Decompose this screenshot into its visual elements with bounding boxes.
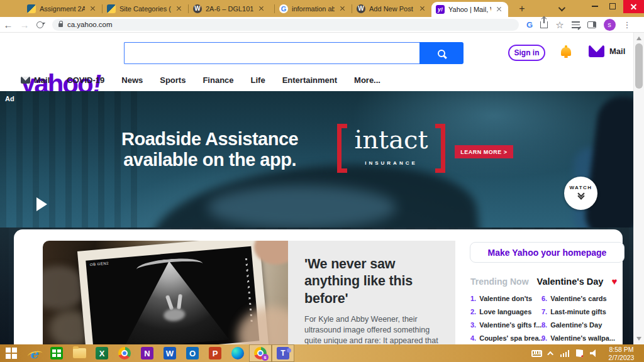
- ad-banner[interactable]: Ad Roadside Assistance available on the …: [0, 91, 633, 228]
- ultrasound-label: OB GEN2: [90, 261, 109, 267]
- tab-trending-now[interactable]: Trending Now: [470, 277, 529, 287]
- play-icon[interactable]: [36, 197, 47, 211]
- address-bar[interactable]: ca.yahoo.com: [52, 19, 519, 31]
- browser-toolbar: ← → ca.yahoo.com G ☆ s ⋮: [0, 17, 644, 33]
- network-signal-icon[interactable]: [560, 350, 570, 357]
- taskbar-excel[interactable]: X: [91, 344, 113, 362]
- tab-site-categories[interactable]: Site Categories (08:46): [103, 0, 188, 17]
- trending-item[interactable]: 1.Valentine don'ts: [470, 292, 541, 305]
- tab-add-new-post[interactable]: W Add New Post ‹ simran: [352, 0, 431, 17]
- reading-list-icon[interactable]: [572, 21, 580, 28]
- page-scrollbar[interactable]: [633, 33, 644, 344]
- taskbar-outlook[interactable]: O: [181, 344, 204, 362]
- file-explorer-icon: [73, 348, 86, 358]
- taskbar-file-explorer[interactable]: [68, 344, 91, 362]
- scroll-down-arrow[interactable]: [636, 337, 641, 341]
- outlook-icon: O: [186, 347, 199, 359]
- taskbar-onenote[interactable]: N: [136, 344, 158, 362]
- scroll-up-arrow[interactable]: [636, 36, 641, 40]
- learn-more-button[interactable]: LEARN MORE >: [455, 145, 513, 158]
- course-site-icon: [27, 4, 36, 13]
- sign-in-button[interactable]: Sign in: [508, 45, 545, 61]
- nav-item-more[interactable]: More...: [354, 75, 380, 85]
- nav-item-news[interactable]: News: [121, 75, 143, 85]
- security-flag-alert-icon[interactable]: [576, 349, 583, 358]
- taskbar-teams-running[interactable]: T: [272, 344, 294, 362]
- nav-item-finance[interactable]: Finance: [203, 75, 233, 85]
- nav-item-mail[interactable]: Mail: [21, 75, 50, 85]
- word-icon: W: [164, 347, 176, 359]
- window-close-button[interactable]: [623, 0, 644, 13]
- trending-item[interactable]: 8.Galentine's Day: [541, 318, 612, 331]
- tab-search-chevron-icon[interactable]: [558, 4, 565, 11]
- yahoo-nav: Mail COVID-19 News Sports Finance Life E…: [0, 70, 633, 89]
- nav-item-life[interactable]: Life: [251, 75, 265, 85]
- nav-item-sports[interactable]: Sports: [160, 75, 186, 85]
- tab-close-icon[interactable]: [495, 5, 504, 14]
- system-tray: [531, 344, 598, 362]
- tab-yahoo-active[interactable]: y! Yahoo | Mail, Weather,: [431, 2, 508, 17]
- taskbar-chrome[interactable]: [113, 344, 136, 362]
- taskbar-word[interactable]: W: [158, 344, 181, 362]
- envelope-icon: [21, 77, 30, 84]
- browser-menu-icon[interactable]: ⋮: [623, 20, 631, 30]
- nav-item-entertainment[interactable]: Entertainment: [282, 75, 337, 85]
- reload-button[interactable]: [36, 21, 43, 28]
- trending-item[interactable]: 6.Valentine's cards: [541, 292, 612, 305]
- search-button[interactable]: [419, 42, 464, 64]
- profile-avatar[interactable]: s: [604, 19, 616, 31]
- tab-close-icon[interactable]: [338, 4, 347, 13]
- lock-icon: [58, 23, 63, 27]
- forward-button[interactable]: →: [16, 19, 33, 30]
- taskbar-powerpoint[interactable]: P: [204, 344, 226, 362]
- story-thumbnail[interactable]: OB GEN2: [43, 241, 288, 344]
- trending-item[interactable]: 4.Couples' spa brea...: [470, 331, 541, 344]
- tab-title: Add New Post ‹ simran: [369, 5, 414, 13]
- touch-keyboard-icon[interactable]: [531, 350, 542, 357]
- browser-tab-bar: Assignment 2A: The Int Site Categories (…: [0, 0, 644, 17]
- tab-google-search[interactable]: G information about yaho: [275, 0, 352, 17]
- back-button[interactable]: ←: [0, 19, 16, 30]
- google-account-icon[interactable]: G: [526, 20, 533, 30]
- show-hidden-icons-caret[interactable]: [547, 351, 553, 357]
- tab-assignment[interactable]: Assignment 2A: The Int: [23, 0, 102, 17]
- mail-link[interactable]: Mail: [589, 45, 625, 57]
- start-button[interactable]: [0, 344, 23, 362]
- watch-button[interactable]: WATCH: [564, 177, 597, 210]
- share-icon[interactable]: [540, 21, 548, 28]
- trending-item[interactable]: 3.Valentine's gifts f...: [470, 318, 541, 331]
- taskbar-clock[interactable]: 8:58 PM 2/7/2023: [601, 346, 641, 361]
- tab-dgl101[interactable]: W 2A-6 – DGL101: [189, 0, 274, 17]
- scrollbar-thumb[interactable]: [635, 43, 643, 89]
- tab-close-icon[interactable]: [418, 4, 427, 13]
- make-homepage-button[interactable]: Make Yahoo your homepage: [470, 242, 625, 263]
- volume-muted-icon[interactable]: [590, 349, 597, 357]
- banner-windshield: [208, 185, 396, 228]
- window-minimize-button[interactable]: [587, 0, 603, 13]
- tab-close-icon[interactable]: [175, 4, 184, 13]
- trending-item[interactable]: 7.Last-minute gifts: [541, 305, 612, 318]
- trending-item[interactable]: 9.Valentine's wallpa...: [541, 331, 612, 344]
- taskbar-chrome-running[interactable]: s: [249, 344, 272, 362]
- new-tab-button[interactable]: +: [514, 3, 530, 14]
- tab-close-icon[interactable]: [257, 4, 266, 13]
- ad-headline: Roadside Assistance available on the app…: [121, 130, 298, 169]
- notifications-bell-icon[interactable]: [561, 47, 571, 56]
- window-restore-button[interactable]: [604, 0, 621, 13]
- story-headline[interactable]: 'We never saw anything like this before': [304, 256, 440, 307]
- tab-close-icon[interactable]: [89, 4, 97, 13]
- wordpress-icon: W: [357, 4, 365, 13]
- intact-logo: intact INSURANCE: [337, 124, 445, 175]
- trending-item[interactable]: 2.Love languages: [470, 305, 541, 318]
- side-panel-icon[interactable]: [587, 21, 596, 28]
- alert-badge: [580, 354, 586, 359]
- tab-valentines-day[interactable]: Valentine's Day: [537, 277, 604, 287]
- bookmark-star-icon[interactable]: ☆: [555, 20, 564, 30]
- taskbar-internet-explorer[interactable]: e: [23, 344, 45, 362]
- nav-item-covid19[interactable]: COVID-19: [67, 75, 104, 85]
- time-text: 8:58 PM: [601, 346, 641, 354]
- onenote-icon: N: [141, 347, 153, 359]
- search-input[interactable]: [124, 42, 419, 64]
- taskbar-microsoft-store[interactable]: [45, 344, 68, 362]
- taskbar-edge[interactable]: [226, 344, 249, 362]
